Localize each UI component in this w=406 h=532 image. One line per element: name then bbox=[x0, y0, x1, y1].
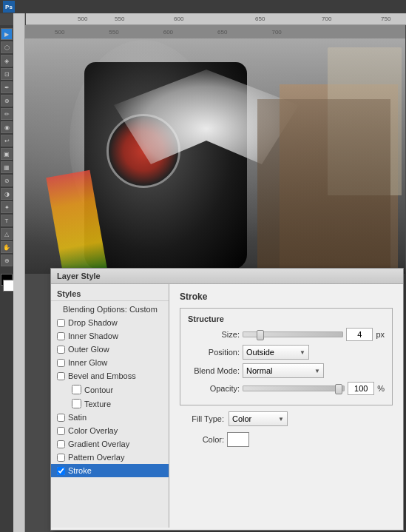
tool-heal[interactable]: ⊕ bbox=[1, 95, 13, 107]
outer-glow-checkbox[interactable] bbox=[57, 346, 65, 354]
drop-shadow-label: Drop Shadow bbox=[68, 318, 118, 327]
position-select[interactable]: Outside ▼ bbox=[243, 345, 309, 360]
tool-gradient[interactable]: ▦ bbox=[1, 161, 13, 173]
texture-checkbox[interactable] bbox=[72, 399, 81, 408]
color-overlay-checkbox[interactable] bbox=[57, 427, 65, 435]
fill-type-label: Fill Type: bbox=[180, 414, 224, 423]
satin-checkbox[interactable] bbox=[57, 414, 65, 422]
size-slider-thumb[interactable] bbox=[257, 330, 264, 340]
dialog-body: Styles Blending Options: Custom Drop Sha… bbox=[51, 284, 403, 528]
pattern-overlay-label: Pattern Overlay bbox=[68, 453, 124, 462]
blend-mode-row: Blend Mode: Normal ▼ bbox=[188, 363, 385, 378]
tool-eraser[interactable]: ▣ bbox=[1, 148, 13, 160]
outer-glow-label: Outer Glow bbox=[68, 345, 109, 354]
tool-stamp[interactable]: ◉ bbox=[1, 121, 13, 133]
opacity-unit: % bbox=[377, 384, 385, 393]
position-value: Outside bbox=[246, 348, 274, 357]
tool-dodge[interactable]: ◑ bbox=[1, 188, 13, 200]
position-row: Position: Outside ▼ bbox=[188, 345, 385, 360]
size-slider[interactable] bbox=[243, 331, 343, 337]
tool-hand[interactable]: ✋ bbox=[1, 241, 13, 253]
style-item-blending[interactable]: Blending Options: Custom bbox=[51, 303, 169, 316]
tool-brush[interactable]: ✏ bbox=[1, 108, 13, 120]
gradient-overlay-label: Gradient Overlay bbox=[68, 440, 129, 448]
style-item-satin[interactable]: Satin bbox=[51, 411, 169, 424]
fill-type-value: Color bbox=[232, 414, 251, 423]
stroke-checkbox[interactable] bbox=[57, 467, 65, 475]
fill-type-row: Fill Type: Color ▼ bbox=[180, 411, 393, 426]
tool-eyedrop[interactable]: ✒ bbox=[1, 81, 13, 93]
building-shape bbox=[328, 47, 402, 195]
dialog-title-bar: Layer Style bbox=[51, 269, 403, 284]
ps-logo: Ps bbox=[3, 1, 15, 13]
styles-panel: Styles Blending Options: Custom Drop Sha… bbox=[51, 284, 169, 528]
opacity-slider-thumb[interactable] bbox=[335, 384, 342, 394]
blend-mode-value: Normal bbox=[246, 366, 272, 375]
style-item-texture[interactable]: Texture bbox=[51, 397, 169, 411]
tool-pen[interactable]: ✦ bbox=[1, 201, 13, 213]
style-item-gradient-overlay[interactable]: Gradient Overlay bbox=[51, 437, 169, 451]
fill-type-arrow: ▼ bbox=[278, 416, 284, 422]
style-item-bevel-emboss[interactable]: Bevel and Emboss bbox=[51, 369, 169, 383]
style-item-pattern-overlay[interactable]: Pattern Overlay bbox=[51, 451, 169, 464]
artwork-canvas: 500 550 600 650 700 bbox=[25, 25, 405, 274]
style-item-drop-shadow[interactable]: Drop Shadow bbox=[51, 316, 169, 329]
inner-shadow-checkbox[interactable] bbox=[57, 332, 65, 340]
tool-history[interactable]: ↩ bbox=[1, 135, 13, 147]
blend-mode-label: Blend Mode: bbox=[188, 366, 240, 375]
size-row: Size: px bbox=[188, 328, 385, 341]
inner-glow-label: Inner Glow bbox=[68, 358, 107, 367]
tool-shape[interactable]: △ bbox=[1, 228, 13, 240]
size-unit: px bbox=[376, 330, 385, 339]
stroke-label: Stroke bbox=[68, 466, 92, 475]
position-arrow: ▼ bbox=[300, 349, 305, 356]
tool-lasso[interactable]: ◈ bbox=[1, 55, 13, 67]
contour-label: Contour bbox=[84, 385, 113, 394]
texture-label: Texture bbox=[84, 400, 111, 408]
bevel-emboss-checkbox[interactable] bbox=[57, 372, 65, 380]
style-item-inner-glow[interactable]: Inner Glow bbox=[51, 356, 169, 369]
fill-type-select[interactable]: Color ▼ bbox=[229, 411, 288, 426]
opacity-label: Opacity: bbox=[188, 384, 240, 393]
top-bar: Ps bbox=[0, 0, 406, 13]
style-item-inner-shadow[interactable]: Inner Shadow bbox=[51, 329, 169, 343]
gradient-overlay-checkbox[interactable] bbox=[57, 440, 65, 448]
ruler-vertical bbox=[13, 13, 25, 532]
structure-box: Structure Size: px Position: Outside ▼ bbox=[180, 308, 393, 405]
pattern-overlay-checkbox[interactable] bbox=[57, 454, 65, 462]
size-label: Size: bbox=[188, 330, 240, 339]
position-label: Position: bbox=[188, 348, 240, 357]
contour-checkbox[interactable] bbox=[72, 385, 81, 394]
color-swatch[interactable] bbox=[227, 432, 249, 447]
color-label: Color: bbox=[180, 435, 224, 444]
opacity-row: Opacity: % bbox=[188, 382, 385, 395]
tool-select[interactable]: ⬡ bbox=[1, 41, 13, 53]
size-input[interactable] bbox=[346, 328, 373, 341]
opacity-slider[interactable] bbox=[243, 385, 345, 391]
color-overlay-label: Color Overlay bbox=[68, 426, 118, 435]
opacity-input[interactable] bbox=[348, 382, 374, 395]
style-item-stroke[interactable]: Stroke bbox=[51, 464, 169, 477]
tool-text[interactable]: T bbox=[1, 215, 13, 226]
style-item-color-overlay[interactable]: Color Overlay bbox=[51, 424, 169, 437]
drop-shadow-checkbox[interactable] bbox=[57, 319, 65, 327]
dialog-title-text: Layer Style bbox=[57, 272, 101, 280]
tool-blur[interactable]: ⊘ bbox=[1, 175, 13, 186]
person-silhouette bbox=[280, 84, 398, 269]
tool-crop[interactable]: ⊡ bbox=[1, 68, 13, 80]
settings-panel: Stroke Structure Size: px Position: bbox=[169, 284, 403, 528]
layer-style-dialog: Layer Style Styles Blending Options: Cus… bbox=[50, 268, 404, 531]
tool-zoom[interactable]: ⊕ bbox=[1, 255, 13, 266]
inner-glow-checkbox[interactable] bbox=[57, 359, 65, 367]
satin-label: Satin bbox=[68, 413, 87, 422]
blend-mode-select[interactable]: Normal ▼ bbox=[243, 363, 324, 378]
styles-header: Styles bbox=[51, 287, 169, 301]
blending-label: Blending Options: Custom bbox=[63, 305, 158, 314]
color-row: Color: bbox=[180, 432, 393, 447]
inner-shadow-label: Inner Shadow bbox=[68, 331, 118, 340]
structure-box-title: Structure bbox=[188, 314, 385, 323]
tool-move[interactable]: ▶ bbox=[1, 28, 13, 40]
ruler-horizontal: 500 550 600 650 700 750 bbox=[26, 13, 406, 25]
style-item-outer-glow[interactable]: Outer Glow bbox=[51, 343, 169, 356]
style-item-contour[interactable]: Contour bbox=[51, 383, 169, 397]
